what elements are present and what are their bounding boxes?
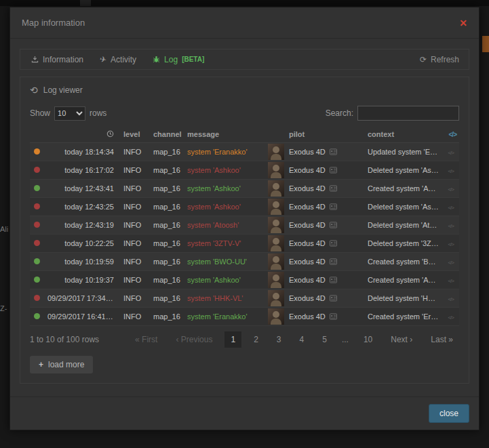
pilot-name: Exodus 4D xyxy=(289,148,326,156)
row-code-icon[interactable]: </> xyxy=(448,314,454,321)
log-context: Updated system 'Eranakk… xyxy=(365,143,442,161)
tab-log[interactable]: Log [BETA] xyxy=(144,49,212,69)
pagination-item[interactable]: 2 xyxy=(248,331,265,348)
pagination-item[interactable]: 4 xyxy=(294,331,311,348)
status-dot xyxy=(34,148,40,155)
pilot-name: Exodus 4D xyxy=(289,312,326,321)
log-level: INFO xyxy=(121,308,151,326)
row-code-icon[interactable]: </> xyxy=(448,186,454,192)
status-dot xyxy=(34,258,40,264)
log-context: Deleted system 'Ashkoo' … xyxy=(365,198,442,216)
column-header-level[interactable]: level xyxy=(121,127,151,143)
tab-label: Activity xyxy=(111,55,136,64)
tab-information[interactable]: Information xyxy=(23,49,92,69)
log-level: INFO xyxy=(121,198,151,216)
log-time: 09/29/2017 16:41:17 xyxy=(45,308,121,326)
log-channel: map_16 xyxy=(151,289,184,308)
table-row[interactable]: today 10:19:37 INFO map_16 system 'Ashko… xyxy=(30,271,459,289)
pagination-item[interactable]: « First xyxy=(129,331,163,348)
row-code-icon[interactable]: </> xyxy=(448,223,454,229)
log-channel: map_16 xyxy=(151,198,184,216)
status-dot xyxy=(34,185,40,191)
refresh-label: Refresh xyxy=(431,55,459,64)
pagination-item[interactable]: 5 xyxy=(316,331,333,348)
row-code-icon[interactable]: </> xyxy=(448,205,454,211)
row-code-icon[interactable]: </> xyxy=(448,296,454,302)
tab-label: Log xyxy=(164,55,178,64)
map-information-dialog: Map information ✕ Information ✈ Activity… xyxy=(9,7,480,430)
background-top-bar xyxy=(0,0,489,6)
pilot-card-icon xyxy=(330,203,337,210)
table-row[interactable]: 09/29/2017 16:41:17 INFO map_16 system '… xyxy=(30,308,459,326)
refresh-button[interactable]: ⟳ Refresh xyxy=(413,55,466,64)
pilot-avatar xyxy=(268,162,284,178)
close-button[interactable]: close xyxy=(429,404,469,423)
plus-icon: + xyxy=(39,360,43,369)
row-code-icon[interactable]: </> xyxy=(448,150,454,156)
log-time: today 10:19:59 xyxy=(45,253,121,271)
pagination-item[interactable]: Last » xyxy=(425,331,459,348)
pilot-avatar xyxy=(268,199,284,215)
pilot-name: Exodus 4D xyxy=(289,166,326,174)
pagination-item[interactable]: 1 xyxy=(224,331,241,348)
table-row[interactable]: today 16:17:02 INFO map_16 system 'Ashko… xyxy=(30,161,459,180)
row-code-icon[interactable]: </> xyxy=(448,168,454,174)
search-label: Search: xyxy=(326,108,353,118)
table-row[interactable]: today 12:43:41 INFO map_16 system 'Ashko… xyxy=(30,180,459,198)
pagination: 1 to 10 of 100 rows « First‹ Previous123… xyxy=(30,331,459,348)
table-row[interactable]: today 10:19:59 INFO map_16 system 'BWO-U… xyxy=(30,253,459,271)
column-header-timestamp[interactable] xyxy=(45,127,121,143)
column-header-message[interactable]: message xyxy=(184,127,266,143)
pagination-nav: « First‹ Previous12345...10Next ›Last » xyxy=(129,331,459,348)
table-row[interactable]: today 12:43:25 INFO map_16 system 'Ashko… xyxy=(30,198,459,216)
log-channel: map_16 xyxy=(151,143,184,161)
log-channel: map_16 xyxy=(151,271,184,289)
load-more-button[interactable]: + load more xyxy=(30,356,93,373)
load-more-label: load more xyxy=(48,360,84,369)
column-header-pilot[interactable]: pilot xyxy=(286,127,365,143)
tab-label: Information xyxy=(43,55,83,64)
close-icon[interactable]: ✕ xyxy=(459,18,467,28)
page-size-select[interactable]: 10 xyxy=(54,106,85,121)
pilot-card-icon xyxy=(330,313,337,320)
pilot-card-icon xyxy=(330,277,337,283)
log-channel: map_16 xyxy=(151,235,184,253)
column-header-channel[interactable]: channel xyxy=(151,127,184,143)
log-context: Deleted system 'HHK-VL' … xyxy=(365,289,442,308)
status-dot xyxy=(34,295,40,301)
row-code-icon[interactable]: </> xyxy=(448,278,454,284)
log-time: today 10:19:37 xyxy=(45,271,121,289)
tab-activity[interactable]: ✈ Activity xyxy=(92,49,144,69)
pagination-item[interactable]: 3 xyxy=(271,331,288,348)
log-channel: map_16 xyxy=(151,216,184,235)
log-context: Created system 'BWO-UU'… xyxy=(365,253,442,271)
pagination-item[interactable]: 10 xyxy=(357,331,378,348)
pilot-avatar xyxy=(268,253,284,270)
log-time: today 12:43:25 xyxy=(45,198,121,216)
search-input[interactable] xyxy=(357,106,459,121)
column-header-context[interactable]: context xyxy=(365,127,442,143)
row-code-icon[interactable]: </> xyxy=(448,241,454,247)
table-row[interactable]: 09/29/2017 17:34:25 INFO map_16 system '… xyxy=(30,289,459,308)
pilot-name: Exodus 4D xyxy=(289,294,326,302)
pilot-card-icon xyxy=(330,148,337,155)
pilot-name: Exodus 4D xyxy=(289,258,326,266)
pilot-card-icon xyxy=(330,167,337,174)
table-row[interactable]: today 12:43:19 INFO map_16 system 'Atoos… xyxy=(30,216,459,235)
activity-icon: ✈ xyxy=(99,55,107,64)
row-code-icon[interactable]: </> xyxy=(448,260,454,266)
table-row[interactable]: today 18:14:34 INFO map_16 system 'Erana… xyxy=(30,143,459,161)
pagination-item[interactable]: ‹ Previous xyxy=(170,331,218,348)
status-dot xyxy=(34,313,40,319)
log-context: Deleted system '3ZTV-V' #… xyxy=(365,235,442,253)
log-level: INFO xyxy=(121,235,151,253)
pagination-item[interactable]: Next › xyxy=(385,331,418,348)
background-fragment-left-bottom: Z- xyxy=(0,304,9,312)
log-level: INFO xyxy=(121,289,151,308)
table-row[interactable]: today 10:22:25 INFO map_16 system '3ZTV-… xyxy=(30,235,459,253)
pagination-item: ... xyxy=(339,331,351,348)
log-time: today 18:14:34 xyxy=(45,143,121,161)
column-header-code[interactable]: </> xyxy=(442,127,459,143)
page-size-control: Show 10 rows xyxy=(30,106,106,121)
pilot-card-icon xyxy=(330,240,337,247)
